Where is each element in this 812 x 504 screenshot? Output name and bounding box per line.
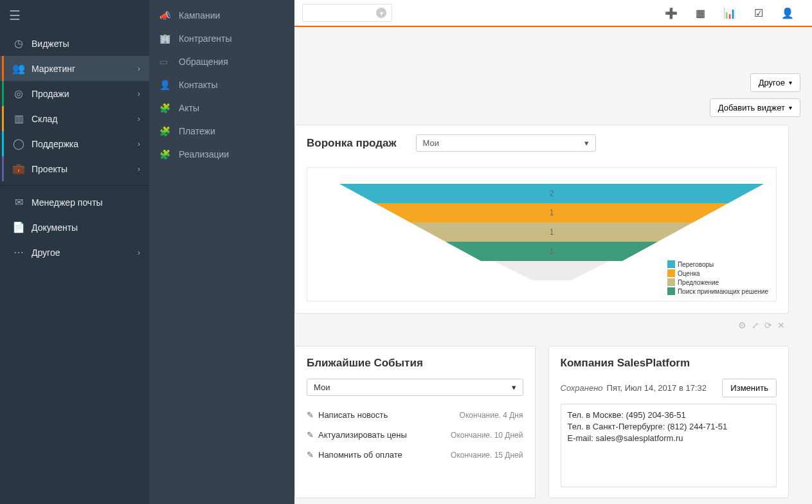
sidebar-item-other[interactable]: ⋯ Другое › bbox=[0, 240, 149, 265]
briefcase-icon: 💼 bbox=[11, 163, 26, 175]
expand-icon[interactable]: ⤢ bbox=[752, 320, 759, 330]
stripe-marker bbox=[2, 156, 4, 181]
sidebar-item-label: Проекты bbox=[32, 164, 138, 174]
event-row[interactable]: ✎ Напомнить об оплате Окончание. 15 Дней bbox=[307, 445, 523, 465]
legend-label: Поиск принимающих решение bbox=[678, 288, 768, 295]
funnel-filter-select[interactable]: Мои ▾ bbox=[416, 134, 596, 152]
inbox-icon: ▭ bbox=[159, 57, 174, 67]
submenu-item-label: Акты bbox=[179, 103, 199, 113]
other-dropdown[interactable]: Другое ▾ bbox=[750, 73, 800, 92]
edit-icon[interactable]: ✎ bbox=[307, 410, 318, 420]
puzzle-icon: 🧩 bbox=[159, 103, 174, 113]
mail-icon: ✉ bbox=[11, 196, 26, 208]
check-icon[interactable]: ☑ bbox=[754, 7, 763, 19]
legend-item: Переговоры bbox=[665, 260, 771, 269]
sidebar-item-projects[interactable]: 💼 Проекты › bbox=[0, 156, 149, 181]
doc-icon: 📄 bbox=[11, 221, 26, 233]
hamburger-icon[interactable]: ☰ bbox=[0, 0, 149, 31]
event-row[interactable]: ✎ Актуализировать цены Окончание. 10 Дне… bbox=[307, 425, 523, 445]
saved-date: Пят, Июл 14, 2017 в 17:32 bbox=[607, 383, 707, 393]
sidebar-item-warehouse[interactable]: ▥ Склад › bbox=[0, 106, 149, 131]
legend-swatch bbox=[667, 269, 675, 277]
add-widget-dropdown[interactable]: Добавить виджет ▾ bbox=[710, 98, 800, 117]
refresh-icon[interactable]: ⟳ bbox=[764, 320, 772, 330]
event-end: Окончание. 10 Дней bbox=[451, 431, 523, 440]
calendar-icon[interactable]: ▦ bbox=[696, 7, 705, 19]
submenu: 📣 Кампании 🏢 Контрагенты ▭ Обращения 👤 К… bbox=[149, 0, 294, 504]
user-icon[interactable]: 👤 bbox=[781, 7, 794, 19]
chevron-right-icon: › bbox=[138, 248, 140, 257]
submenu-item-label: Контакты bbox=[179, 80, 217, 90]
event-end: Окончание. 15 Дней bbox=[451, 451, 523, 460]
chart-icon[interactable]: 📊 bbox=[723, 7, 736, 19]
event-title: Актуализировать цены bbox=[318, 430, 451, 440]
megaphone-icon: 📣 bbox=[159, 10, 174, 21]
dashboard-icon: ◷ bbox=[11, 37, 26, 50]
event-row[interactable]: ✎ Написать новость Окончание. 4 Дня bbox=[307, 405, 523, 425]
caret-down-icon: ▾ bbox=[512, 382, 516, 392]
gear-icon[interactable]: ⚙ bbox=[738, 320, 746, 330]
divider bbox=[0, 185, 149, 186]
boxes-icon: ▥ bbox=[11, 113, 26, 125]
sidebar-item-support[interactable]: ◯ Поддержка › bbox=[0, 131, 149, 156]
legend-label: Переговоры bbox=[678, 261, 714, 268]
submenu-item-payments[interactable]: 🧩 Платежи bbox=[149, 120, 294, 143]
plus-icon[interactable]: ➕ bbox=[665, 7, 678, 19]
puzzle-icon: 🧩 bbox=[159, 126, 174, 136]
note-line: Тел. в Санкт-Петербурге: (812) 244-71-51 bbox=[568, 421, 770, 433]
note-line: Тел. в Москве: (495) 204-36-51 bbox=[568, 410, 770, 421]
select-value: Мои bbox=[314, 382, 330, 392]
submenu-item-accounts[interactable]: 🏢 Контрагенты bbox=[149, 27, 294, 50]
sidebar-item-label: Менеджер почты bbox=[32, 197, 140, 208]
stripe-marker bbox=[2, 106, 4, 131]
svg-text:1: 1 bbox=[550, 228, 554, 237]
note-body: Тел. в Москве: (495) 204-36-51Тел. в Сан… bbox=[561, 404, 777, 487]
note-line: E-mail: sales@salesplatform.ru bbox=[568, 433, 770, 444]
person-icon: 👤 bbox=[159, 80, 174, 90]
chevron-right-icon: › bbox=[138, 114, 140, 123]
legend-item: Поиск принимающих решение bbox=[665, 287, 771, 296]
stripe-marker bbox=[2, 56, 4, 81]
legend-swatch bbox=[667, 287, 675, 295]
sidebar-item-label: Документы bbox=[32, 222, 140, 233]
top-right-icons: ➕ ▦ 📊 ☑ 👤 bbox=[665, 7, 812, 19]
submenu-item-realizations[interactable]: 🧩 Реализации bbox=[149, 143, 294, 166]
legend-swatch bbox=[667, 278, 675, 286]
submenu-item-campaigns[interactable]: 📣 Кампании bbox=[149, 4, 294, 27]
edit-icon[interactable]: ✎ bbox=[307, 450, 318, 460]
stripe-marker bbox=[2, 131, 4, 156]
edit-button[interactable]: Изменить bbox=[722, 379, 777, 397]
sidebar-item-widgets[interactable]: ◷ Виджеты bbox=[0, 31, 149, 56]
submenu-item-acts[interactable]: 🧩 Акты bbox=[149, 96, 294, 120]
caret-down-icon: ▾ bbox=[584, 138, 589, 148]
widget-title: Ближайшие События bbox=[307, 357, 523, 370]
dots-icon: ⋯ bbox=[11, 246, 26, 258]
submenu-item-contacts[interactable]: 👤 Контакты bbox=[149, 73, 294, 96]
chevron-down-icon: ▾ bbox=[376, 8, 386, 18]
events-filter-select[interactable]: Мои ▾ bbox=[307, 379, 523, 396]
stripe-marker bbox=[2, 81, 4, 106]
sidebar-item-mail[interactable]: ✉ Менеджер почты bbox=[0, 190, 149, 215]
submenu-item-label: Кампании bbox=[179, 10, 220, 21]
sidebar-item-label: Склад bbox=[32, 114, 138, 124]
sidebar-item-label: Другое bbox=[32, 248, 138, 258]
legend-label: Предложение bbox=[678, 279, 719, 286]
search-dropdown[interactable]: ▾ bbox=[302, 4, 392, 22]
chevron-right-icon: › bbox=[138, 165, 140, 174]
widget-title: Воронка продаж bbox=[307, 137, 397, 150]
sidebar-item-label: Маркетинг bbox=[32, 64, 138, 74]
caret-down-icon: ▾ bbox=[789, 104, 792, 111]
submenu-item-cases[interactable]: ▭ Обращения bbox=[149, 50, 294, 73]
sidebar-item-label: Виджеты bbox=[32, 39, 140, 49]
button-label: Другое bbox=[759, 78, 785, 87]
edit-icon[interactable]: ✎ bbox=[307, 430, 318, 440]
legend-swatch bbox=[667, 260, 675, 268]
sidebar-item-marketing[interactable]: 👥 Маркетинг › bbox=[0, 56, 149, 81]
event-title: Написать новость bbox=[318, 410, 460, 420]
widget-title: Компания SalesPlatform bbox=[561, 357, 777, 370]
close-icon[interactable]: ✕ bbox=[777, 320, 785, 330]
select-value: Мои bbox=[423, 138, 439, 148]
sidebar-item-documents[interactable]: 📄 Документы bbox=[0, 215, 149, 240]
button-label: Изменить bbox=[730, 383, 768, 393]
sidebar-item-sales[interactable]: ◎ Продажи › bbox=[0, 81, 149, 106]
